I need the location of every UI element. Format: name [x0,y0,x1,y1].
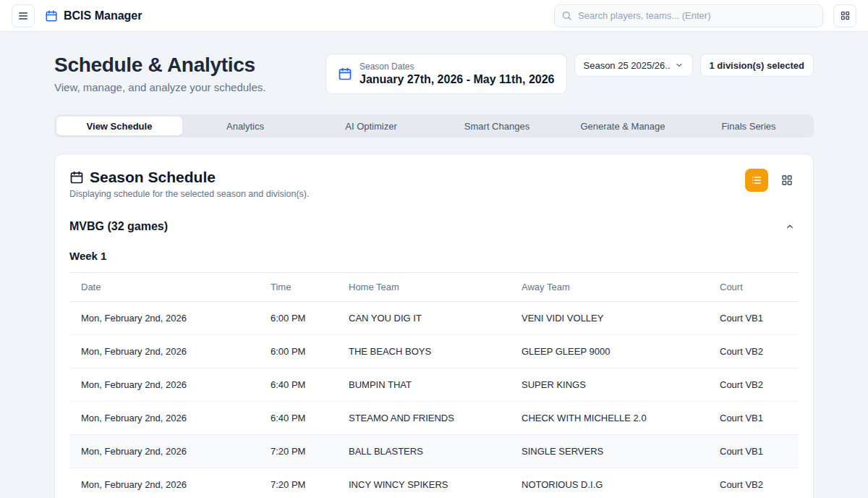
apps-grid-button[interactable] [833,4,856,28]
cell-home-team: THE BEACH BOYS [337,335,510,368]
page-subtitle: View, manage, and analyze your schedules… [54,81,318,93]
table-row[interactable]: Mon, February 2nd, 2026 6:40 PM STEAMO A… [69,402,799,435]
app-brand: BCIS Manager [45,9,142,22]
view-toggle [745,169,799,192]
tab-smart-changes[interactable]: Smart Changes [434,117,560,135]
season-schedule-card: Season Schedule Displaying schedule for … [54,153,814,498]
search-icon [561,10,572,21]
tab-finals-series[interactable]: Finals Series [686,117,812,135]
cell-court: Court VB2 [708,335,799,368]
cell-date: Mon, February 2nd, 2026 [69,435,259,468]
grid-icon [840,10,851,21]
cell-court: Court VB2 [708,468,799,498]
cell-date: Mon, February 2nd, 2026 [69,402,259,435]
table-row[interactable]: Mon, February 2nd, 2026 6:00 PM CAN YOU … [69,302,799,335]
table-row[interactable]: Mon, February 2nd, 2026 6:40 PM BUMPIN T… [69,368,799,402]
page-title: Schedule & Analytics [54,54,318,77]
cell-away-team: VENI VIDI VOLLEY [510,302,708,335]
season-select[interactable]: Season 25 2025/26.. [574,54,693,77]
cell-away-team: SUPER KINGS [510,368,708,402]
season-dates-value: January 27th, 2026 - May 11th, 2026 [359,73,554,86]
week-title: Week 1 [69,250,799,262]
tab-ai-optimizer[interactable]: AI Optimizer [308,117,434,135]
cell-away-team: NOTORIOUS D.I.G [510,468,708,498]
card-subtitle: Displaying schedule for the selected sea… [69,189,745,199]
search-input[interactable] [554,4,823,28]
page-header: Schedule & Analytics View, manage, and a… [54,32,814,94]
cell-home-team: CAN YOU DIG IT [337,302,510,335]
tab-view-schedule[interactable]: View Schedule [56,117,182,135]
tab-analytics[interactable]: Analytics [182,117,308,135]
cell-court: Court VB2 [708,368,799,402]
table-header-row: Date Time Home Team Away Team Court [69,273,799,302]
cell-date: Mon, February 2nd, 2026 [69,302,259,335]
cell-time: 6:40 PM [259,368,337,402]
table-row[interactable]: Mon, February 2nd, 2026 7:20 PM INCY WIN… [69,468,799,498]
table-row[interactable]: Mon, February 2nd, 2026 6:00 PM THE BEAC… [69,335,799,368]
hamburger-icon [17,10,29,22]
cell-court: Court VB1 [708,302,799,335]
chevron-down-icon [675,61,684,69]
cell-time: 7:20 PM [259,435,337,468]
column-header-away-team: Away Team [510,273,708,302]
cell-time: 6:40 PM [259,402,337,435]
season-dates-card: Season Dates January 27th, 2026 - May 11… [326,54,566,94]
table-row[interactable]: Mon, February 2nd, 2026 7:20 PM BALL BLA… [69,435,799,468]
list-icon [751,174,762,186]
cell-home-team: INCY WINCY SPIKERS [337,468,510,498]
grid-icon [781,174,793,186]
tab-bar: View Schedule Analytics AI Optimizer Sma… [54,114,814,138]
cell-date: Mon, February 2nd, 2026 [69,368,259,402]
card-title: Season Schedule [90,169,216,186]
list-view-button[interactable] [745,169,768,192]
column-header-court: Court [708,273,799,302]
menu-button[interactable] [12,4,35,28]
collapse-button[interactable] [781,218,799,235]
cell-away-team: SINGLE SERVERS [510,435,708,468]
grid-view-button[interactable] [775,169,799,192]
cell-home-team: BUMPIN THAT [337,368,510,402]
cell-time: 6:00 PM [259,302,337,335]
cell-time: 7:20 PM [259,468,337,498]
app-title: BCIS Manager [64,9,142,22]
cell-court: Court VB1 [708,402,799,435]
calendar-icon [45,9,58,22]
column-header-time: Time [259,273,337,302]
season-dates-label: Season Dates [359,62,554,72]
calendar-icon [69,170,84,185]
cell-court: Court VB1 [708,435,799,468]
topbar: BCIS Manager [0,0,868,32]
cell-home-team: STEAMO AND FRIENDS [337,402,510,435]
column-header-home-team: Home Team [337,273,510,302]
division-select-button[interactable]: 1 division(s) selected [700,54,814,77]
tab-generate-manage[interactable]: Generate & Manage [560,117,686,135]
cell-away-team: CHECK WITH MICHELLE 2.0 [510,402,708,435]
cell-away-team: GLEEP GLEEP 9000 [510,335,708,368]
calendar-icon [338,67,352,81]
chevron-up-icon [785,221,795,232]
cell-date: Mon, February 2nd, 2026 [69,335,259,368]
cell-date: Mon, February 2nd, 2026 [69,468,259,498]
cell-home-team: BALL BLASTERS [337,435,510,468]
cell-time: 6:00 PM [259,335,337,368]
division-group-title: MVBG (32 games) [69,220,168,233]
division-group-header: MVBG (32 games) [69,218,799,235]
schedule-table: Date Time Home Team Away Team Court Mon,… [69,272,799,498]
column-header-date: Date [69,273,259,302]
division-select-label: 1 division(s) selected [710,60,805,71]
search-container [554,4,823,28]
season-select-label: Season 25 2025/26.. [584,60,671,71]
